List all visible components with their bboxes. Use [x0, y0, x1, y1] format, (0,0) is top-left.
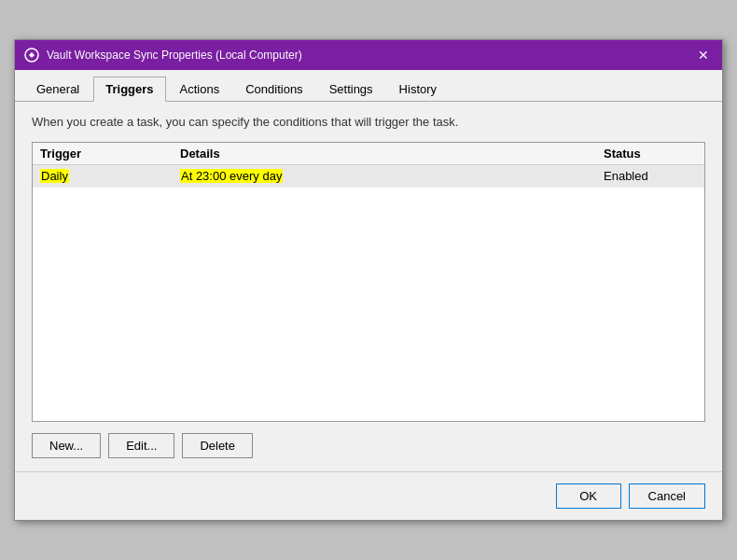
- col-header-status: Status: [604, 147, 697, 161]
- tab-actions[interactable]: Actions: [168, 77, 232, 102]
- cell-details: At 23:00 every day: [180, 169, 604, 183]
- close-button[interactable]: ✕: [694, 46, 713, 64]
- dialog-window: Vault Workspace Sync Properties (Local C…: [14, 39, 723, 521]
- action-buttons: New... Edit... Delete: [32, 433, 705, 458]
- description-text: When you create a task, you can specify …: [32, 115, 705, 129]
- cell-trigger: Daily: [40, 169, 180, 183]
- window-title: Vault Workspace Sync Properties (Local C…: [47, 49, 694, 62]
- table-row[interactable]: Daily At 23:00 every day Enabled: [33, 165, 704, 188]
- tab-settings[interactable]: Settings: [317, 77, 385, 102]
- delete-button[interactable]: Delete: [182, 433, 253, 458]
- triggers-table: Trigger Details Status Daily At 23:00 ev…: [32, 142, 705, 422]
- title-bar: Vault Workspace Sync Properties (Local C…: [15, 40, 722, 70]
- col-header-trigger: Trigger: [40, 147, 180, 161]
- dialog-footer: OK Cancel: [15, 471, 722, 520]
- new-button[interactable]: New...: [32, 433, 101, 458]
- edit-button[interactable]: Edit...: [108, 433, 174, 458]
- ok-button[interactable]: OK: [556, 483, 621, 509]
- trigger-value: Daily: [40, 169, 69, 183]
- table-header: Trigger Details Status: [33, 143, 704, 165]
- tab-triggers[interactable]: Triggers: [93, 77, 165, 102]
- tab-history[interactable]: History: [387, 77, 449, 102]
- app-icon: [24, 48, 39, 63]
- cell-status: Enabled: [604, 169, 697, 183]
- details-value: At 23:00 every day: [180, 169, 283, 183]
- cancel-button[interactable]: Cancel: [629, 483, 705, 509]
- col-header-details: Details: [180, 147, 604, 161]
- tab-conditions[interactable]: Conditions: [233, 77, 314, 102]
- tab-content: When you create a task, you can specify …: [15, 102, 722, 471]
- tab-general[interactable]: General: [24, 77, 91, 102]
- tab-bar: General Triggers Actions Conditions Sett…: [15, 70, 722, 102]
